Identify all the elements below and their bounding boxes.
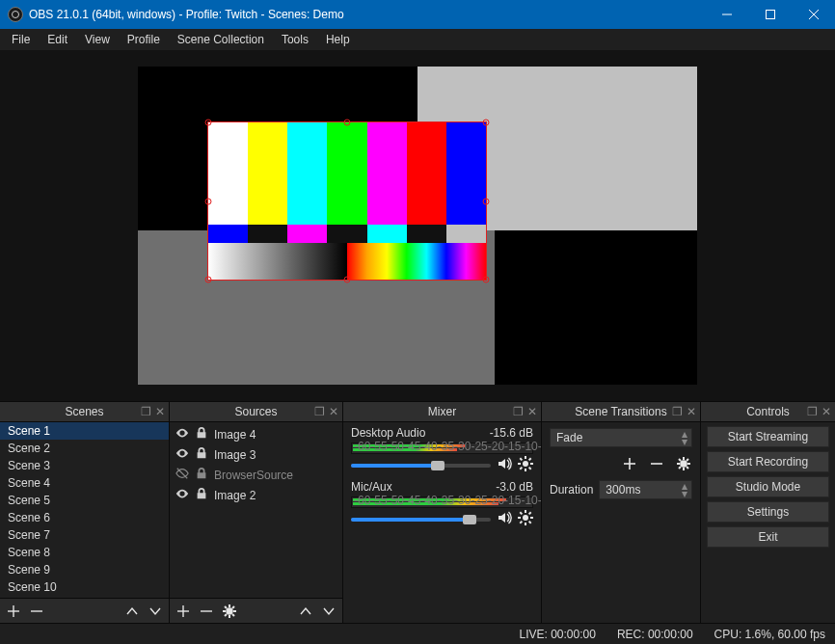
eye-icon[interactable]: [175, 446, 189, 463]
transition-selected-label: Fade: [556, 431, 582, 444]
eye-icon[interactable]: [175, 487, 189, 503]
volume-slider[interactable]: [351, 518, 491, 522]
scene-add-button[interactable]: [6, 604, 21, 619]
resize-handle-w[interactable]: [205, 198, 212, 204]
menu-view[interactable]: View: [77, 31, 118, 48]
exit-button[interactable]: Exit: [707, 526, 829, 548]
source-add-button[interactable]: [175, 604, 191, 619]
source-item[interactable]: Image 2: [170, 485, 342, 505]
status-cpu: CPU: 1.6%, 60.00 fps: [714, 628, 825, 641]
transition-duration-label: Duration: [550, 483, 593, 496]
vu-meter: -60-55-50-45-40-35-30-25-20-15-10-50: [351, 443, 533, 454]
menu-edit[interactable]: Edit: [40, 31, 75, 48]
studio-mode-button[interactable]: Studio Mode: [707, 476, 829, 497]
source-move-up-button[interactable]: [298, 604, 313, 619]
gear-icon[interactable]: [518, 510, 533, 528]
dock-mixer-header[interactable]: Mixer ❐✕: [343, 401, 541, 422]
scene-item[interactable]: Scene 5: [0, 492, 169, 509]
svg-line-18: [225, 614, 227, 616]
scene-item[interactable]: Scene 10: [0, 578, 169, 596]
resize-handle-e[interactable]: [483, 198, 490, 204]
scene-move-up-button[interactable]: [124, 604, 140, 619]
dock-close-icon[interactable]: ✕: [822, 405, 831, 418]
scene-remove-button[interactable]: [29, 604, 44, 619]
dock-row: Scenes ❐✕ Scene 1Scene 2Scene 3Scene 4Sc…: [0, 401, 835, 623]
lock-icon[interactable]: [195, 487, 208, 503]
resize-handle-s[interactable]: [344, 277, 351, 283]
app-window: OBS 21.0.1 (64bit, windows) - Profile: T…: [0, 0, 835, 644]
scene-item[interactable]: Scene 3: [0, 457, 169, 474]
resize-handle-n[interactable]: [344, 120, 351, 126]
scene-item[interactable]: Scene 4: [0, 474, 169, 492]
scene-item[interactable]: Scene 7: [0, 526, 169, 544]
dock-close-icon[interactable]: ✕: [329, 405, 338, 418]
start-recording-button[interactable]: Start Recording: [707, 451, 829, 472]
speaker-icon[interactable]: [497, 510, 512, 528]
menu-file[interactable]: File: [4, 31, 38, 48]
transition-remove-button[interactable]: [648, 455, 665, 472]
svg-point-40: [681, 461, 687, 467]
menu-tools[interactable]: Tools: [274, 31, 316, 48]
scene-item[interactable]: Scene 6: [0, 509, 169, 526]
scene-move-down-button[interactable]: [148, 604, 163, 619]
start-streaming-button[interactable]: Start Streaming: [707, 426, 829, 447]
maximize-button[interactable]: [748, 0, 792, 29]
source-list[interactable]: Image 4Image 3BrowserSourceImage 2: [170, 422, 342, 598]
source-toolbar: [170, 598, 342, 623]
dock-close-icon[interactable]: ✕: [155, 405, 165, 418]
transition-duration-value: 300ms: [606, 483, 640, 496]
menu-help[interactable]: Help: [318, 31, 358, 48]
source-item[interactable]: Image 3: [170, 444, 342, 465]
menu-scene-collection[interactable]: Scene Collection: [170, 31, 272, 48]
svg-point-10: [227, 608, 232, 614]
eye-icon[interactable]: [175, 426, 189, 443]
scene-item[interactable]: Scene 9: [0, 561, 169, 578]
menu-profile[interactable]: Profile: [120, 31, 168, 48]
dock-popout-icon[interactable]: ❐: [141, 405, 151, 418]
dock-scenes-header[interactable]: Scenes ❐✕: [0, 401, 169, 422]
dock-close-icon[interactable]: ✕: [527, 405, 537, 418]
lock-icon[interactable]: [195, 426, 208, 443]
dock-transitions-header[interactable]: Scene Transitions ❐✕: [542, 401, 700, 422]
transition-add-button[interactable]: [621, 455, 638, 472]
resize-handle-se[interactable]: [483, 277, 490, 283]
minimize-button[interactable]: [705, 0, 748, 29]
resize-handle-sw[interactable]: [205, 277, 212, 283]
preview-selected-source[interactable]: [207, 121, 487, 281]
preview-area[interactable]: [0, 50, 835, 401]
transition-select[interactable]: Fade ▴▾: [550, 428, 692, 447]
mixer-channel-name: Desktop Audio: [351, 426, 425, 440]
resize-handle-nw[interactable]: [205, 120, 212, 126]
eye-off-icon[interactable]: [175, 467, 189, 483]
dock-popout-icon[interactable]: ❐: [314, 405, 325, 418]
transition-properties-button[interactable]: [675, 455, 692, 472]
dock-popout-icon[interactable]: ❐: [513, 405, 524, 418]
dock-controls-header[interactable]: Controls ❐✕: [701, 401, 835, 422]
scene-item[interactable]: Scene 8: [0, 544, 169, 561]
lock-icon[interactable]: [195, 467, 208, 483]
source-remove-button[interactable]: [199, 604, 214, 619]
dock-close-icon[interactable]: ✕: [687, 405, 696, 418]
lock-icon[interactable]: [195, 446, 208, 463]
dock-popout-icon[interactable]: ❐: [807, 405, 818, 418]
dock-sources-header[interactable]: Sources ❐✕: [170, 401, 342, 422]
status-bar: LIVE: 00:00:00 REC: 00:00:00 CPU: 1.6%, …: [0, 623, 835, 644]
scene-list[interactable]: Scene 1Scene 2Scene 3Scene 4Scene 5Scene…: [0, 422, 169, 598]
preview-canvas[interactable]: [138, 67, 697, 385]
svg-line-46: [687, 467, 688, 469]
dock-mixer: Mixer ❐✕ Desktop Audio-15.6 dB-60-55-50-…: [342, 401, 541, 623]
scene-item[interactable]: Scene 1: [0, 422, 169, 440]
dock-popout-icon[interactable]: ❐: [672, 405, 683, 418]
source-move-down-button[interactable]: [321, 604, 337, 619]
close-button[interactable]: [792, 0, 835, 29]
volume-slider[interactable]: [351, 464, 491, 468]
gear-icon[interactable]: [518, 456, 533, 474]
source-item[interactable]: Image 4: [170, 424, 342, 444]
resize-handle-ne[interactable]: [483, 120, 490, 126]
source-properties-button[interactable]: [222, 604, 237, 619]
source-item[interactable]: BrowserSource: [170, 465, 342, 485]
speaker-icon[interactable]: [497, 456, 512, 474]
settings-button[interactable]: Settings: [707, 501, 829, 523]
transition-duration-input[interactable]: 300ms ▴▾: [599, 480, 692, 499]
scene-item[interactable]: Scene 2: [0, 440, 169, 457]
